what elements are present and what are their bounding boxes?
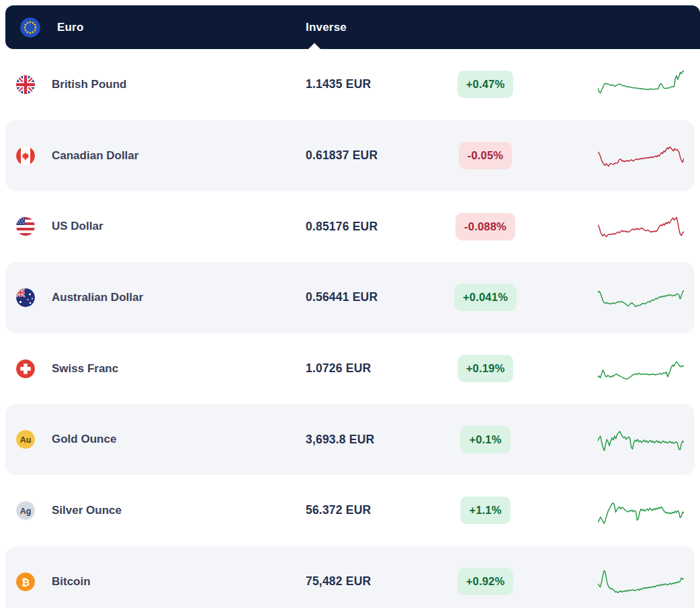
currency-row[interactable]: Ag Silver Ounce 56.372 EUR +1.1% [5, 475, 695, 546]
canada-flag-icon [16, 146, 35, 165]
uk-flag-icon [16, 75, 35, 94]
change-percent-badge: +0.041% [454, 284, 517, 311]
currency-row[interactable]: Au Gold Ounce 3,693.8 EUR +0.1% [5, 404, 695, 475]
currency-row[interactable]: Canadian Dollar 0.61837 EUR -0.05% [5, 120, 695, 191]
sparkline-chart [541, 137, 685, 175]
currency-name: Bitcoin [35, 575, 306, 589]
sparkline-chart [541, 279, 685, 316]
currency-row[interactable]: Swiss Franc 1.0726 EUR +0.19% [5, 333, 695, 404]
sparkline-chart [541, 350, 685, 388]
currency-row[interactable]: British Pound 1.1435 EUR +0.47% [5, 49, 695, 120]
currency-rate-value: 0.61837 EUR [306, 148, 430, 163]
currency-rates-widget: Euro Inverse British Pound 1.1435 EUR +0… [5, 5, 700, 608]
currency-name: Australian Dollar [35, 291, 306, 304]
switzerland-flag-icon [16, 359, 35, 378]
change-percent-badge: -0.05% [459, 142, 512, 169]
change-percent-badge: +0.1% [460, 426, 510, 453]
eu-flag-icon [20, 17, 40, 38]
sparkline-chart [541, 66, 685, 103]
tab-base-currency[interactable]: Euro [5, 17, 84, 38]
inverse-tab-label: Inverse [306, 21, 347, 34]
currency-row[interactable]: US Dollar 0.85176 EUR -0.088% [5, 191, 695, 262]
sparkline-chart [541, 208, 685, 245]
currency-rate-value: 1.1435 EUR [306, 77, 430, 91]
change-percent-badge: +0.47% [457, 71, 514, 98]
svg-text:₿: ₿ [21, 576, 30, 588]
currency-name: Swiss Franc [35, 362, 306, 376]
change-percent-badge: +0.92% [457, 568, 514, 595]
currency-rate-value: 0.85176 EUR [306, 220, 430, 234]
currency-rate-value: 75,482 EUR [306, 574, 430, 589]
rates-list: British Pound 1.1435 EUR +0.47% Canadian… [5, 49, 695, 608]
currency-name: Canadian Dollar [35, 149, 306, 163]
svg-text:Ag: Ag [20, 506, 32, 515]
currency-row[interactable]: Australian Dollar 0.56441 EUR +0.041% [5, 262, 695, 333]
change-percent-badge: +1.1% [460, 496, 510, 524]
currency-name: US Dollar [35, 220, 306, 233]
currency-rate-value: 0.56441 EUR [306, 290, 430, 304]
currency-name: Gold Ounce [35, 433, 306, 446]
sparkline-chart [541, 563, 685, 601]
silver-ag-icon: Ag [16, 501, 35, 520]
sparkline-chart [541, 492, 685, 529]
currency-name: British Pound [35, 78, 306, 91]
currency-name: Silver Ounce [35, 504, 306, 517]
gold-au-icon: Au [16, 430, 35, 449]
currency-rate-value: 56.372 EUR [306, 503, 430, 517]
base-currency-label: Euro [57, 21, 84, 34]
currency-row[interactable]: ₿ Bitcoin 75,482 EUR +0.92% [5, 546, 695, 608]
australia-flag-icon [16, 288, 35, 307]
widget-header: Euro Inverse [5, 5, 700, 49]
us-flag-icon [16, 217, 35, 236]
bitcoin-icon: ₿ [16, 572, 35, 591]
currency-rate-value: 3,693.8 EUR [306, 433, 430, 447]
change-percent-badge: +0.19% [457, 355, 514, 382]
svg-text:Au: Au [20, 435, 32, 445]
selected-tab-caret [308, 43, 320, 49]
change-percent-badge: -0.088% [455, 213, 515, 241]
sparkline-chart [541, 421, 685, 458]
currency-rate-value: 1.0726 EUR [306, 361, 430, 376]
